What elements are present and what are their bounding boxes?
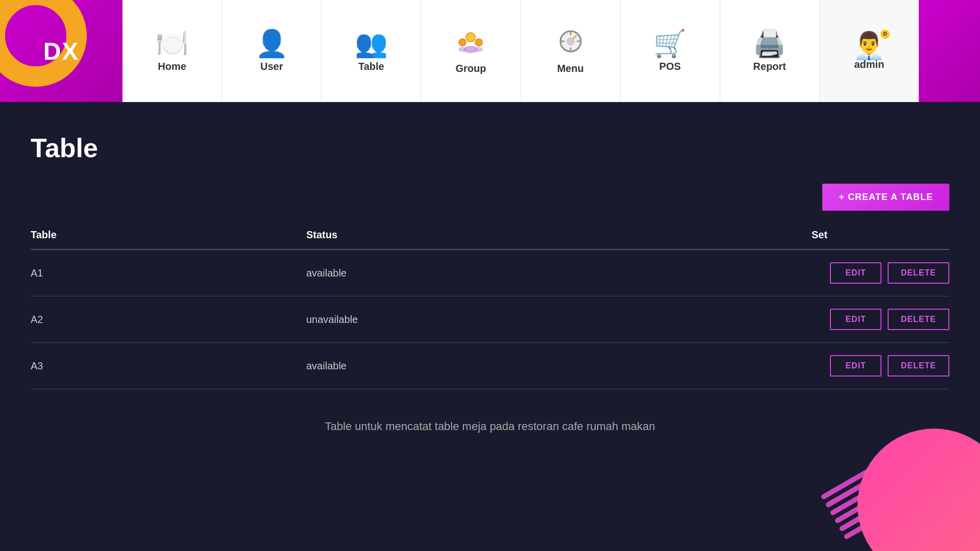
table-row-status: available (306, 249, 812, 296)
nav-pos[interactable]: 🛒 POS (621, 0, 720, 102)
admin-icon-wrapper: 👨‍💼 ⚙ (852, 32, 886, 59)
delete-button[interactable]: DELETE (888, 309, 949, 330)
nav-user[interactable]: 👤 User (222, 0, 322, 102)
stripe (820, 450, 902, 500)
table-row-name: A3 (31, 343, 306, 389)
table-row-status: available (306, 343, 812, 389)
nav-pos-label: POS (659, 61, 681, 72)
nav-table-label: Table (358, 61, 384, 72)
home-icon: 🍽️ (156, 30, 189, 57)
stripe (829, 466, 912, 516)
svg-point-1 (459, 39, 466, 46)
logo-text: DX (43, 37, 80, 65)
edit-button[interactable]: EDIT (830, 309, 881, 330)
action-buttons: EDIT DELETE (812, 355, 949, 377)
table-row-actions: EDIT DELETE (812, 296, 949, 343)
nav-menu-label: Menu (557, 63, 583, 74)
logo-section: DX (0, 0, 122, 102)
main-content: Table + CREATE A TABLE Table Status Set … (0, 102, 980, 454)
nav-table[interactable]: 👥 Table (322, 0, 421, 102)
data-table: Table Status Set A1 available EDIT DELET… (31, 221, 949, 389)
stripe (839, 482, 921, 532)
nav-admin[interactable]: 👨‍💼 ⚙ admin (820, 0, 919, 102)
col-header-set: Set (812, 221, 949, 249)
report-icon: 🖨️ (753, 30, 786, 57)
table-row: A1 available EDIT DELETE (31, 249, 949, 296)
delete-button[interactable]: DELETE (888, 355, 949, 377)
page-title: Table (31, 133, 949, 163)
menu-icon (557, 28, 584, 59)
table-row-actions: EDIT DELETE (812, 249, 949, 296)
table-row-name: A2 (31, 296, 306, 343)
nav-report-label: Report (753, 61, 786, 72)
col-header-status: Status (306, 221, 812, 249)
navbar: DX 🍽️ Home 👤 User 👥 Table (0, 0, 980, 102)
nav-home[interactable]: 🍽️ Home (122, 0, 222, 102)
table-row-name: A1 (31, 249, 306, 296)
nav-user-label: User (260, 61, 283, 72)
table-row: A3 available EDIT DELETE (31, 343, 949, 389)
nav-home-label: Home (158, 61, 186, 72)
svg-point-0 (466, 33, 475, 42)
stripe (834, 473, 916, 524)
nav-group[interactable]: Group (421, 0, 521, 102)
table-row-status: unavailable (306, 296, 812, 343)
action-buttons: EDIT DELETE (812, 309, 949, 330)
svg-point-4 (458, 47, 467, 52)
nav-menu[interactable]: Menu (521, 0, 621, 102)
admin-badge: ⚙ (880, 30, 890, 39)
create-btn-row: + CREATE A TABLE (31, 184, 949, 211)
group-icon (457, 28, 484, 59)
nav-items: 🍽️ Home 👤 User 👥 Table (122, 0, 919, 102)
table-header-row: Table Status Set (31, 221, 949, 249)
user-icon: 👤 (255, 30, 288, 57)
delete-button[interactable]: DELETE (888, 262, 949, 284)
deco-stripes (820, 450, 925, 540)
action-buttons: EDIT DELETE (812, 262, 949, 284)
edit-button[interactable]: EDIT (830, 262, 881, 284)
stripe (825, 458, 907, 508)
svg-point-2 (475, 39, 482, 46)
nav-group-label: Group (455, 63, 486, 74)
table-row-actions: EDIT DELETE (812, 343, 949, 389)
pos-icon: 🛒 (653, 30, 687, 57)
table-row: A2 unavailable EDIT DELETE (31, 296, 949, 343)
svg-point-5 (475, 47, 483, 52)
create-table-button[interactable]: + CREATE A TABLE (822, 184, 949, 211)
edit-button[interactable]: EDIT (830, 355, 881, 377)
table-icon: 👥 (355, 30, 388, 57)
nav-right-decoration (919, 0, 980, 102)
footer-description: Table untuk mencatat table meja pada res… (31, 420, 949, 433)
stripe (843, 490, 925, 540)
nav-report[interactable]: 🖨️ Report (720, 0, 820, 102)
col-header-table: Table (31, 221, 306, 249)
